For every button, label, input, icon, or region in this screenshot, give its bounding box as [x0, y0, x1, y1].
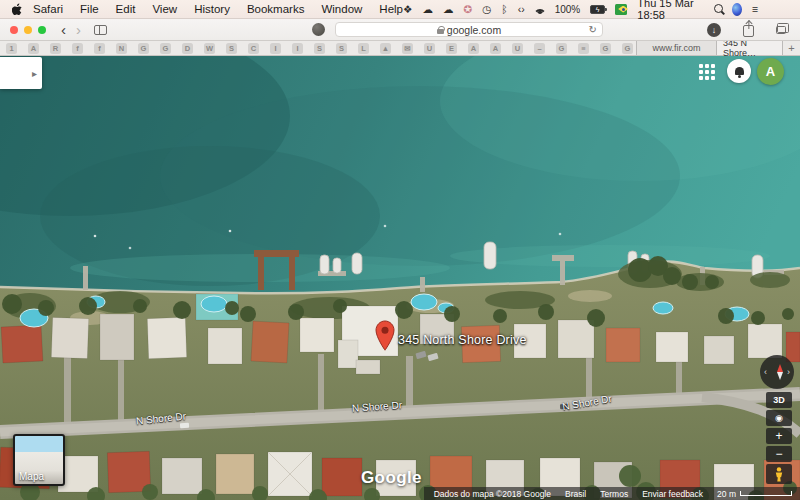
bookmark-favicon[interactable]: G — [600, 43, 611, 54]
battery-icon[interactable]: ϟ — [590, 5, 605, 14]
bookmark-favicon[interactable]: E — [446, 43, 457, 54]
bookmark-favicon[interactable]: G — [160, 43, 171, 54]
bookmark-favicon[interactable]: U — [424, 43, 435, 54]
notifications-button[interactable] — [727, 59, 751, 83]
google-maps-viewport: ▸ A ‹ › 3D ◉ + − Mapa Google Dados do ma… — [0, 56, 800, 500]
bookmark-favicon[interactable]: C — [248, 43, 259, 54]
siri-icon[interactable] — [732, 3, 742, 16]
apple-menu-icon[interactable] — [12, 3, 23, 16]
bookmark-favicon[interactable]: 1 — [6, 43, 17, 54]
bookmark-favicon[interactable]: G — [556, 43, 567, 54]
rotate-left-icon[interactable]: ‹ — [764, 367, 767, 377]
rotate-right-icon[interactable]: › — [787, 367, 790, 377]
bookmark-favicon[interactable]: W — [204, 43, 215, 54]
reload-icon[interactable]: ↻ — [589, 24, 597, 35]
menu-item[interactable]: Window — [321, 3, 362, 15]
side-panel-expand-button[interactable]: ▸ — [0, 57, 42, 89]
bookmark-favicon[interactable]: A — [28, 43, 39, 54]
minimize-window-button[interactable] — [24, 26, 32, 34]
bookmark-favicon[interactable]: S — [336, 43, 347, 54]
notification-center-icon[interactable]: ≡ — [752, 4, 758, 15]
zoom-out-button[interactable]: − — [766, 446, 792, 462]
spotlight-search-icon[interactable] — [714, 4, 722, 15]
menu-item[interactable]: Help — [379, 3, 403, 15]
menu-items: SafariFileEditViewHistoryBookmarksWindow… — [33, 3, 403, 15]
bookmark-favicon[interactable]: S — [314, 43, 325, 54]
cloud-sync-icon[interactable]: ☁ — [422, 4, 433, 15]
bookmark-favicon[interactable]: L — [358, 43, 369, 54]
bookmark-favicon[interactable]: U — [512, 43, 523, 54]
extension-icon[interactable] — [312, 23, 325, 36]
bookmark-favicon[interactable]: R — [50, 43, 61, 54]
menu-item[interactable]: Safari — [33, 3, 63, 15]
bookmark-favicon[interactable]: A — [490, 43, 501, 54]
pegman-button[interactable] — [766, 464, 792, 484]
scale-control: 20 m — [717, 489, 792, 499]
back-button[interactable]: ‹ — [56, 23, 71, 37]
bookmark-favicon[interactable]: ≡ — [578, 43, 589, 54]
menu-item[interactable]: Bookmarks — [247, 3, 305, 15]
address-bar[interactable]: google.com ↻ — [335, 22, 603, 37]
bluetooth-icon[interactable]: ᛒ — [501, 4, 507, 15]
satellite-imagery[interactable] — [0, 56, 800, 500]
cloud-settings-icon[interactable]: ☁ — [443, 4, 454, 15]
bookmark-favicon[interactable]: D — [182, 43, 193, 54]
menu-item[interactable]: View — [152, 3, 177, 15]
downloads-button[interactable]: ↓ — [707, 23, 721, 37]
chevron-right-icon: ▸ — [32, 68, 37, 79]
scale-bar — [740, 491, 792, 496]
bookmark-favicon[interactable]: f — [94, 43, 105, 54]
tab-strip: www.fir.com 345 N Shore… + — [636, 41, 800, 55]
minimap-toggle[interactable]: Mapa — [13, 434, 65, 486]
show-tabs-icon[interactable] — [776, 26, 786, 34]
url-text: google.com — [447, 24, 501, 36]
forward-button[interactable]: › — [71, 23, 86, 37]
close-window-button[interactable] — [10, 26, 18, 34]
my-location-button[interactable]: ◉ — [766, 410, 792, 426]
bookmark-favicon[interactable]: I — [270, 43, 281, 54]
tab-background[interactable]: www.fir.com — [636, 41, 716, 55]
wifi-icon[interactable] — [535, 5, 545, 14]
map-marker-pin[interactable] — [374, 320, 396, 352]
new-tab-button[interactable]: + — [782, 41, 800, 55]
tab-active[interactable]: 345 N Shore… — [716, 41, 782, 55]
compass-control[interactable]: ‹ › — [760, 355, 794, 389]
bookmark-favicon[interactable]: – — [534, 43, 545, 54]
marker-address-label: 345 North Shore Drive — [398, 333, 527, 347]
map-attribution: Dados do mapa ©2018 Google Brasil Termos… — [424, 487, 800, 500]
google-apps-grid-icon[interactable] — [699, 64, 715, 80]
share-icon[interactable] — [743, 25, 754, 37]
macos-menubar: SafariFileEditViewHistoryBookmarksWindow… — [0, 0, 800, 19]
menu-item[interactable]: File — [80, 3, 99, 15]
bookmark-favicon[interactable]: f — [72, 43, 83, 54]
bookmark-favicon[interactable]: A — [468, 43, 479, 54]
bookmark-favicon[interactable]: I — [292, 43, 303, 54]
bookmark-favicon[interactable]: G — [622, 43, 633, 54]
region-label: Brasil — [565, 489, 586, 499]
bookmark-favicon[interactable]: N — [116, 43, 127, 54]
brazil-flag-icon[interactable] — [615, 4, 627, 15]
bookmark-favicon[interactable]: G — [138, 43, 149, 54]
bookmark-favicon[interactable]: S — [226, 43, 237, 54]
bookmark-favicon[interactable]: ▲ — [380, 43, 391, 54]
account-avatar[interactable]: A — [757, 58, 784, 85]
dev-code-icon[interactable]: ‹› — [518, 4, 525, 15]
zoom-in-button[interactable]: + — [766, 428, 792, 444]
https-lock-icon — [437, 25, 444, 34]
macos-screen: SafariFileEditViewHistoryBookmarksWindow… — [0, 0, 800, 500]
time-machine-icon[interactable]: ◷ — [482, 4, 491, 15]
menu-item[interactable]: History — [194, 3, 230, 15]
scale-value: 20 m — [717, 489, 736, 499]
dropbox-icon[interactable]: ❖ — [403, 4, 412, 15]
zoom-window-button[interactable] — [38, 26, 46, 34]
sidebar-toggle-icon[interactable] — [94, 25, 107, 35]
favorites-bar: 1ARffNGGDWSCIISSL▲✉UEAAU–G≡GG www.fir.co… — [0, 41, 800, 56]
feedback-link[interactable]: Enviar feedback — [642, 489, 703, 499]
badge-icon[interactable]: ✪ — [463, 4, 472, 15]
menubar-clock[interactable]: Thu 15 Mar 18:58 — [637, 0, 703, 21]
terms-link[interactable]: Termos — [600, 489, 628, 499]
menubar-status-cluster: ❖ ☁ ☁ ✪ ◷ ᛒ ‹› 100% ϟ Thu 15 Mar 18:58 ≡ — [403, 0, 800, 21]
tilt-3d-button[interactable]: 3D — [766, 392, 792, 408]
menu-item[interactable]: Edit — [116, 3, 136, 15]
bookmark-favicon[interactable]: ✉ — [402, 43, 413, 54]
